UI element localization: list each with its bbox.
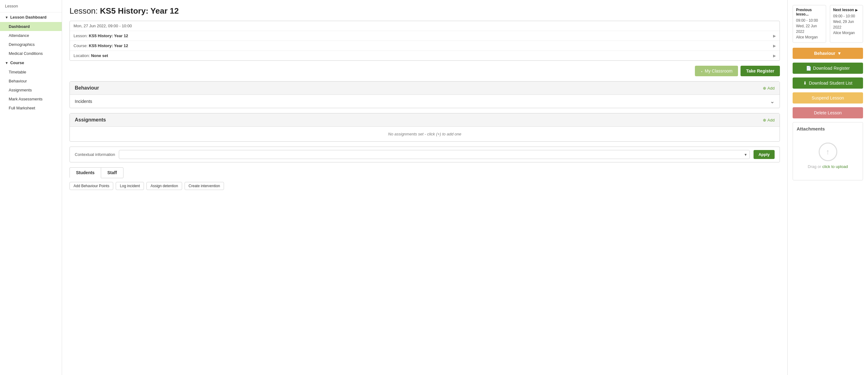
next-lesson-arrow-icon: ▶ [855, 8, 858, 12]
sidebar-item-assignments-label: Assignments [9, 88, 32, 92]
course-name-text: Course: KS5 History: Year 12 [73, 43, 128, 48]
previous-lesson-title: Previous lesso... [796, 8, 823, 16]
right-panel: Previous lesso... 09:00 - 10:00 Wed, 22 … [787, 0, 868, 375]
upload-area[interactable]: ↑ Drag or click to upload [797, 135, 859, 176]
lesson-dashboard-arrow-icon: ▼ [5, 15, 8, 19]
page-title: Lesson: KS5 History: Year 12 [69, 6, 780, 16]
course-name-row[interactable]: Course: KS5 History: Year 12 ▶ [70, 41, 780, 51]
next-lesson-card[interactable]: Next lesson ▶ 09:00 - 10:00 Wed, 29 Jun … [830, 5, 863, 43]
previous-lesson-date: Wed, 22 Jun 2022 [796, 23, 823, 34]
upload-click-link[interactable]: click to upload [823, 164, 848, 169]
sidebar: Lesson ▼ Lesson Dashboard Dashboard Atte… [0, 0, 62, 375]
sidebar-item-demographics-label: Demographics [9, 42, 35, 47]
incidents-row[interactable]: Incidents ⌄ [70, 95, 780, 108]
download-register-icon: 📄 [806, 66, 811, 71]
course-row-value: KS5 History: Year 12 [89, 43, 128, 48]
previous-lesson-card[interactable]: Previous lesso... 09:00 - 10:00 Wed, 22 … [793, 5, 826, 43]
log-incident-button[interactable]: Log incident [116, 182, 144, 190]
course-label: Course [10, 61, 24, 65]
next-lesson-time: 09:00 - 10:00 [833, 13, 860, 19]
behaviour-section-title: Behaviour [75, 85, 99, 91]
main-action-row: ⬩ My Classroom Take Register [69, 66, 780, 76]
assignments-add-button[interactable]: ⊕ Add [763, 118, 775, 123]
download-register-button[interactable]: 📄 Download Register [793, 63, 863, 74]
lesson-info-box: Mon, 27 Jun 2022, 09:00 - 10:00 Lesson: … [69, 21, 780, 61]
tab-students-label: Students [76, 170, 95, 175]
create-intervention-button[interactable]: Create intervention [185, 182, 224, 190]
previous-lesson-detail: 09:00 - 10:00 Wed, 22 Jun 2022 Alice Mor… [796, 18, 823, 40]
sidebar-item-behaviour-label: Behaviour [9, 79, 27, 83]
contextual-info-label: Contextual information [75, 152, 115, 157]
take-register-button[interactable]: Take Register [741, 66, 780, 76]
next-lesson-title-text: Next lesson [833, 8, 854, 12]
lesson-name-text: Lesson: KS5 History: Year 12 [73, 33, 128, 38]
sidebar-item-attendance-label: Attendance [9, 33, 29, 38]
assignments-section-header: Assignments ⊕ Add [70, 113, 780, 127]
suspend-lesson-label: Suspend Lesson [811, 96, 844, 100]
download-student-list-button[interactable]: ⬇ Download Student List [793, 77, 863, 89]
course-row-label: Course: [73, 43, 89, 48]
behaviour-add-button[interactable]: ⊕ Add [763, 86, 775, 91]
lessons-nav-row: Previous lesso... 09:00 - 10:00 Wed, 22 … [793, 5, 863, 43]
assign-detention-button[interactable]: Assign detention [147, 182, 182, 190]
lesson-date-text: Mon, 27 Jun 2022, 09:00 - 10:00 [73, 24, 132, 28]
delete-lesson-button[interactable]: Delete Lesson [793, 107, 863, 118]
sidebar-item-assignments[interactable]: Assignments [0, 86, 62, 95]
sidebar-item-mark-assessments-label: Mark Assessments [9, 97, 42, 101]
course-row-chevron-icon: ▶ [773, 44, 776, 48]
my-classroom-icon: ⬩ [701, 68, 703, 73]
sidebar-item-full-marksheet-label: Full Marksheet [9, 106, 35, 110]
sidebar-item-demographics[interactable]: Demographics [0, 40, 62, 49]
main-content: Lesson: KS5 History: Year 12 Mon, 27 Jun… [62, 0, 787, 375]
tabs-row: Students Staff [69, 167, 780, 178]
upload-icon: ↑ [819, 143, 837, 161]
assignments-section-title: Assignments [75, 117, 106, 123]
lesson-name-row[interactable]: Lesson: KS5 History: Year 12 ▶ [70, 31, 780, 41]
next-lesson-title: Next lesson ▶ [833, 8, 860, 12]
sidebar-item-timetable-label: Timetable [9, 70, 26, 74]
location-row-chevron-icon: ▶ [773, 54, 776, 58]
tab-students[interactable]: Students [69, 167, 101, 178]
lesson-row-value: KS5 History: Year 12 [89, 33, 128, 38]
tab-staff[interactable]: Staff [101, 167, 123, 178]
assignments-add-plus-icon: ⊕ [763, 118, 766, 123]
sidebar-section-lesson-dashboard[interactable]: ▼ Lesson Dashboard [0, 12, 62, 22]
upload-drag-text: Drag or [808, 164, 823, 169]
previous-lesson-teacher: Alice Morgan [796, 34, 823, 40]
sidebar-item-medical-conditions[interactable]: Medical Conditions [0, 49, 62, 58]
course-arrow-icon: ▼ [5, 61, 8, 65]
behaviour-section-header: Behaviour ⊕ Add [70, 81, 780, 95]
apply-button[interactable]: Apply [753, 150, 775, 159]
sidebar-item-dashboard-label: Dashboard [9, 24, 30, 29]
sidebar-module-label: Lesson [0, 0, 62, 12]
sidebar-section-course[interactable]: ▼ Course [0, 58, 62, 68]
tab-staff-label: Staff [107, 170, 117, 175]
my-classroom-button[interactable]: ⬩ My Classroom [695, 66, 738, 76]
attachments-title: Attachments [797, 126, 859, 131]
contextual-select-wrapper [119, 150, 750, 159]
delete-lesson-label: Delete Lesson [814, 110, 842, 115]
assignments-section: Assignments ⊕ Add No assignments set - c… [69, 113, 780, 142]
sidebar-item-full-marksheet[interactable]: Full Marksheet [0, 104, 62, 112]
sidebar-item-attendance[interactable]: Attendance [0, 31, 62, 40]
sidebar-item-mark-assessments[interactable]: Mark Assessments [0, 95, 62, 104]
add-behaviour-points-button[interactable]: Add Behaviour Points [69, 182, 113, 190]
contextual-info-select[interactable] [119, 150, 750, 159]
take-register-label: Take Register [746, 68, 774, 73]
location-row[interactable]: Location: None set ▶ [70, 51, 780, 61]
page-title-bold: KS5 History: Year 12 [100, 6, 179, 15]
next-lesson-date: Wed, 29 Jun 2022 [833, 19, 860, 30]
sidebar-item-timetable[interactable]: Timetable [0, 68, 62, 76]
suspend-lesson-button[interactable]: Suspend Lesson [793, 92, 863, 104]
next-lesson-teacher: Alice Morgan [833, 30, 860, 36]
behaviour-section: Behaviour ⊕ Add Incidents ⌄ [69, 81, 780, 108]
page-title-prefix: Lesson: [69, 6, 100, 15]
behaviour-button[interactable]: Behaviour ▼ [793, 48, 863, 59]
sidebar-item-dashboard[interactable]: Dashboard [0, 22, 62, 31]
previous-lesson-title-text: Previous lesso... [796, 8, 823, 16]
upload-arrow-icon: ↑ [826, 147, 830, 156]
location-row-label: Location: [73, 53, 91, 58]
sidebar-item-behaviour[interactable]: Behaviour [0, 76, 62, 86]
previous-lesson-time: 09:00 - 10:00 [796, 18, 823, 23]
lesson-row-chevron-icon: ▶ [773, 34, 776, 38]
